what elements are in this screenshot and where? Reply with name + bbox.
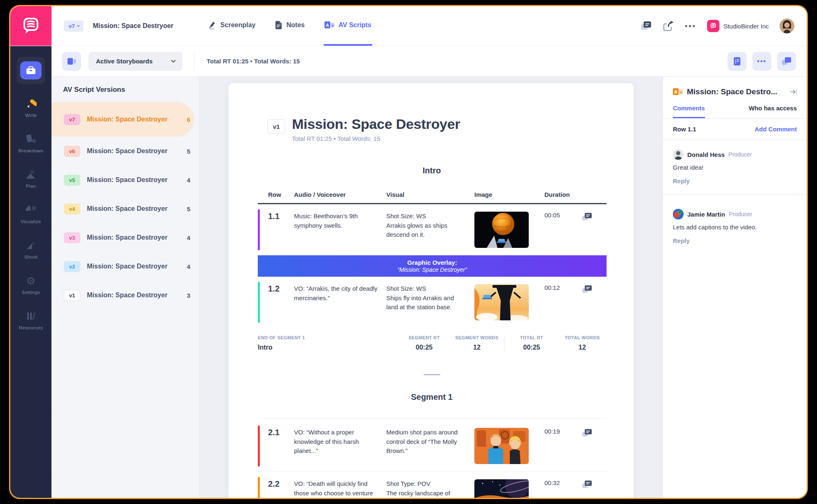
chevron-down-icon [77,25,80,27]
version-item-v4[interactable]: v4 Mission: Space Destroyer 5 [51,194,199,223]
filter-selected-value: Active Storyboards [96,58,171,65]
row-comment-button[interactable] [576,284,607,294]
script-row-1-1[interactable]: 1.1 Music: Beethovan’s 9th symphony swel… [258,204,607,255]
mountains-icon [25,169,37,180]
nav-item-shoot[interactable]: Shoot [10,240,51,259]
main-area: v1 Mission: Space Destroyer Total RT 01:… [200,77,663,498]
briefcase-icon [20,61,42,79]
nav-item-plan[interactable]: Plan [10,169,51,189]
stats-divider [504,336,504,351]
nav-label: Write [25,113,37,118]
version-count: 6 [187,116,190,123]
version-count: 3 [187,292,190,299]
tab-av-scripts-label: AV Scripts [338,21,371,29]
row-id: 1.1 [258,212,294,221]
version-badge: v2 [64,261,80,272]
row-duration: 00:32 [536,479,576,486]
version-count: 5 [187,205,190,212]
version-badge: v7 [64,114,80,125]
tab-who-has-access[interactable]: Who has access [749,105,797,118]
version-badge: v1 [64,290,80,301]
script-row-2-1[interactable]: 2.1 VO: “Without a proper knowledge of t… [258,420,607,471]
stat-segment-rt: SEGMENT RT 00:25 [398,335,451,351]
version-badge: v3 [64,232,80,243]
script-row-2-2[interactable]: 2.2 VO: “Death will quickly find those w… [258,471,607,498]
row-comment-button[interactable] [576,212,607,222]
gear-icon: ⚙ [26,275,35,287]
collapse-panel-icon[interactable] [789,89,798,95]
av-scripts-icon: A v [324,21,334,30]
commenter-name[interactable]: Jamie Martin [687,211,725,218]
nav-label: Settings [22,290,40,295]
version-chip[interactable]: v7 [64,21,84,32]
user-avatar[interactable] [780,19,794,33]
nav-item-write[interactable]: Write [10,98,51,118]
version-item-v7[interactable]: v7 Mission: Space Destroyer 6 [51,102,194,137]
commenter-role: Producer [728,151,752,158]
tab-notes[interactable]: Notes [274,6,305,46]
row-image-planet[interactable] [474,212,536,248]
row-comment-button[interactable] [576,479,607,490]
storyboard-view-button[interactable] [62,52,81,71]
script-notes-button[interactable] [728,52,747,71]
tab-screenplay[interactable]: Screenplay [207,6,256,46]
version-item-v2[interactable]: v2 Mission: Space Destroyer 4 [51,252,199,281]
row-color-bar [258,282,260,323]
reply-link[interactable]: Reply [673,177,797,184]
versions-panel: AV Script Versions v7 Mission: Space Des… [51,77,200,498]
row-image-tower[interactable] [474,284,536,320]
svg-text:A: A [326,23,329,28]
comment-duplicate-icon [582,480,592,490]
storyboard-filter-select[interactable]: Active Storyboards [89,52,182,71]
version-item-v3[interactable]: v3 Mission: Space Destroyer 4 [51,223,199,252]
svg-text:A: A [674,89,677,94]
col-header-image: Image [474,191,536,198]
comment-text: Lets add captions to the video. [673,224,797,231]
row-id: 2.2 [258,479,294,489]
comments-icon[interactable] [640,21,652,31]
row-visual: Shot Size: WS Ships fly into Arrakis and… [386,284,474,312]
nav-item-breakdown[interactable]: Breakdown [10,133,51,153]
comments-panel: A v Mission: Space Destro... Comments Wh… [663,77,807,498]
commenter-name[interactable]: Donald Hess [687,151,725,158]
comment-duplicate-icon [582,285,592,294]
version-item-v1[interactable]: v1 Mission: Space Destroyer 3 [51,281,199,310]
account-name: StudioBinder Inc [724,23,769,30]
account-switcher[interactable]: StudioBinder Inc [707,20,769,32]
row-image-cockpit[interactable] [474,479,536,498]
nav-projects-active[interactable] [17,57,45,84]
share-icon[interactable] [663,21,674,32]
version-item-v5[interactable]: v5 Mission: Space Destroyer 4 [51,166,199,194]
comment-text: Great idea! [673,164,797,171]
row-color-bar [258,209,260,250]
doc-version-badge: v1 [267,119,285,133]
nav-item-resources[interactable]: Resources [10,310,51,330]
nav-label: Breakdown [18,148,43,153]
more-options-button[interactable]: ••• [685,22,696,30]
nav-label: Shoot [24,254,37,259]
totals-summary: Total RT 01:25 • Total Words: 15 [207,58,300,65]
tab-comments[interactable]: Comments [673,105,705,118]
more-actions-button[interactable]: ••• [752,52,771,71]
row-image-crew[interactable] [474,428,536,464]
version-name: Mission: Space Destroyer [87,234,187,241]
version-name: Mission: Space Destroyer [87,147,187,155]
comment-duplicate-icon [582,429,592,438]
version-count: 4 [187,177,190,184]
nav-item-settings[interactable]: ⚙ Settings [10,275,51,295]
script-row-1-2[interactable]: 1.2 VO: “Arrakis, the city of deadly mer… [258,277,607,328]
storyboard-icon [67,57,76,65]
version-name: Mission: Space Destroyer [87,292,187,299]
row-comment-button[interactable] [576,428,607,438]
add-comment-link[interactable]: Add Comment [755,126,797,133]
version-item-v6[interactable]: v6 Mission: Space Destroyer 5 [51,137,199,166]
toggle-comments-button[interactable] [777,52,796,71]
tab-av-scripts[interactable]: A v AV Scripts [324,6,372,46]
notes-doc-icon [275,21,282,29]
pencil-icon [208,21,216,29]
nav-item-visualize[interactable]: Visualize [10,204,51,224]
secondary-toolbar: Active Storyboards Total RT 01:25 • Tota… [51,46,807,77]
doc-title: Mission: Space Destroyer [292,116,460,132]
studiobinder-logo[interactable] [10,6,51,46]
reply-link[interactable]: Reply [673,237,797,244]
